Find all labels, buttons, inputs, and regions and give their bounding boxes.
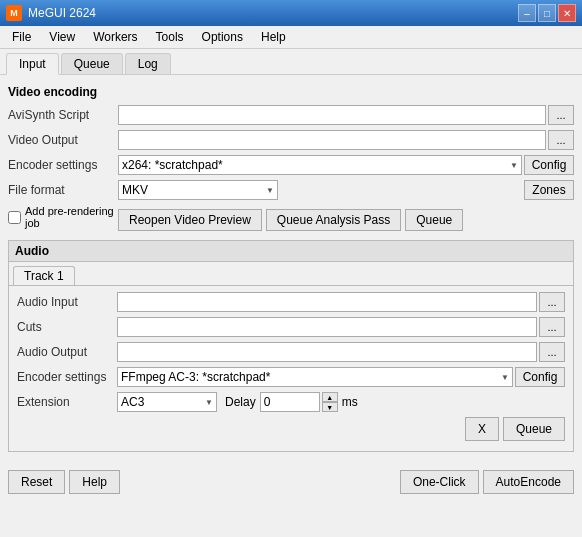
encoder-config-button[interactable]: Config bbox=[524, 155, 574, 175]
tab-input[interactable]: Input bbox=[6, 53, 59, 75]
title-bar: M MeGUI 2624 – □ ✕ bbox=[0, 0, 582, 26]
audio-output-input[interactable] bbox=[117, 342, 537, 362]
menu-workers[interactable]: Workers bbox=[85, 28, 145, 46]
auto-encode-button[interactable]: AutoEncode bbox=[483, 470, 574, 494]
close-button[interactable]: ✕ bbox=[558, 4, 576, 22]
delay-input[interactable] bbox=[260, 392, 320, 412]
menu-tools[interactable]: Tools bbox=[148, 28, 192, 46]
encoder-settings-select[interactable]: x264: *scratchpad* bbox=[118, 155, 522, 175]
help-button[interactable]: Help bbox=[69, 470, 120, 494]
audio-section: Audio Track 1 Audio Input ... Cuts ... A… bbox=[8, 240, 574, 452]
extension-label: Extension bbox=[17, 395, 117, 409]
pre-rendering-label: Add pre-rendering job bbox=[25, 205, 118, 229]
tab-log[interactable]: Log bbox=[125, 53, 171, 74]
maximize-button[interactable]: □ bbox=[538, 4, 556, 22]
window-title: MeGUI 2624 bbox=[28, 6, 96, 20]
file-format-label: File format bbox=[8, 183, 118, 197]
video-output-label: Video Output bbox=[8, 133, 118, 147]
menu-help[interactable]: Help bbox=[253, 28, 294, 46]
video-output-row: Video Output ... bbox=[8, 130, 574, 150]
menu-bar: File View Workers Tools Options Help bbox=[0, 26, 582, 49]
pre-rendering-checkbox[interactable] bbox=[8, 211, 21, 224]
menu-options[interactable]: Options bbox=[194, 28, 251, 46]
delay-spinner: ▲ ▼ bbox=[322, 392, 338, 412]
bottom-right-buttons: One-Click AutoEncode bbox=[400, 470, 574, 494]
audio-output-browse-button[interactable]: ... bbox=[539, 342, 565, 362]
video-output-input[interactable] bbox=[118, 130, 546, 150]
avisynth-row: AviSynth Script ... bbox=[8, 105, 574, 125]
audio-form: Audio Input ... Cuts ... Audio Output ..… bbox=[9, 286, 573, 451]
audio-encoder-config-button[interactable]: Config bbox=[515, 367, 565, 387]
reopen-video-button[interactable]: Reopen Video Preview bbox=[118, 209, 262, 231]
title-bar-left: M MeGUI 2624 bbox=[6, 5, 96, 21]
video-output-browse-button[interactable]: ... bbox=[548, 130, 574, 150]
audio-section-header: Audio bbox=[9, 241, 573, 262]
audio-output-row: Audio Output ... bbox=[17, 342, 565, 362]
audio-input-row: Audio Input ... bbox=[17, 292, 565, 312]
audio-encoder-label: Encoder settings bbox=[17, 370, 117, 384]
app-icon: M bbox=[6, 5, 22, 21]
encoder-settings-row: Encoder settings x264: *scratchpad* ▼ Co… bbox=[8, 155, 574, 175]
audio-x-button[interactable]: X bbox=[465, 417, 499, 441]
audio-action-row: X Queue bbox=[17, 417, 565, 445]
action-buttons: Reopen Video Preview Queue Analysis Pass… bbox=[118, 209, 574, 231]
file-format-row: File format MKV MP4 AVI ▼ Zones bbox=[8, 180, 574, 200]
encoder-settings-label: Encoder settings bbox=[8, 158, 118, 172]
pre-rendering-row: Add pre-rendering job Reopen Video Previ… bbox=[8, 205, 574, 234]
delay-label: Delay bbox=[225, 395, 256, 409]
bottom-left-buttons: Reset Help bbox=[8, 470, 120, 494]
extension-select[interactable]: AC3 AAC MP3 OGG bbox=[117, 392, 217, 412]
avisynth-browse-button[interactable]: ... bbox=[548, 105, 574, 125]
video-encoding-label: Video encoding bbox=[8, 85, 574, 99]
audio-input-field[interactable] bbox=[117, 292, 537, 312]
avisynth-input[interactable] bbox=[118, 105, 546, 125]
audio-encoder-row: Encoder settings FFmpeg AC-3: *scratchpa… bbox=[17, 367, 565, 387]
audio-output-label: Audio Output bbox=[17, 345, 117, 359]
tab-queue[interactable]: Queue bbox=[61, 53, 123, 74]
cuts-label: Cuts bbox=[17, 320, 117, 334]
audio-input-browse-button[interactable]: ... bbox=[539, 292, 565, 312]
cuts-input[interactable] bbox=[117, 317, 537, 337]
delay-up-button[interactable]: ▲ bbox=[322, 392, 338, 402]
audio-input-label: Audio Input bbox=[17, 295, 117, 309]
one-click-button[interactable]: One-Click bbox=[400, 470, 479, 494]
menu-view[interactable]: View bbox=[41, 28, 83, 46]
delay-down-button[interactable]: ▼ bbox=[322, 402, 338, 412]
cuts-browse-button[interactable]: ... bbox=[539, 317, 565, 337]
extension-row: Extension AC3 AAC MP3 OGG ▼ Delay ▲ ▼ m bbox=[17, 392, 565, 412]
title-buttons: – □ ✕ bbox=[518, 4, 576, 22]
audio-queue-button[interactable]: Queue bbox=[503, 417, 565, 441]
avisynth-label: AviSynth Script bbox=[8, 108, 118, 122]
main-content: Video encoding AviSynth Script ... Video… bbox=[0, 75, 582, 460]
reset-button[interactable]: Reset bbox=[8, 470, 65, 494]
audio-track-tab[interactable]: Track 1 bbox=[13, 266, 75, 285]
file-format-select[interactable]: MKV MP4 AVI bbox=[118, 180, 278, 200]
minimize-button[interactable]: – bbox=[518, 4, 536, 22]
bottom-buttons: Reset Help One-Click AutoEncode bbox=[0, 464, 582, 500]
queue-analysis-button[interactable]: Queue Analysis Pass bbox=[266, 209, 401, 231]
ms-label: ms bbox=[342, 395, 358, 409]
queue-video-button[interactable]: Queue bbox=[405, 209, 463, 231]
menu-file[interactable]: File bbox=[4, 28, 39, 46]
audio-encoder-select[interactable]: FFmpeg AC-3: *scratchpad* bbox=[117, 367, 513, 387]
tabs-bar: Input Queue Log bbox=[0, 49, 582, 75]
audio-tracks: Track 1 bbox=[9, 262, 573, 286]
cuts-row: Cuts ... bbox=[17, 317, 565, 337]
zones-button[interactable]: Zones bbox=[524, 180, 574, 200]
